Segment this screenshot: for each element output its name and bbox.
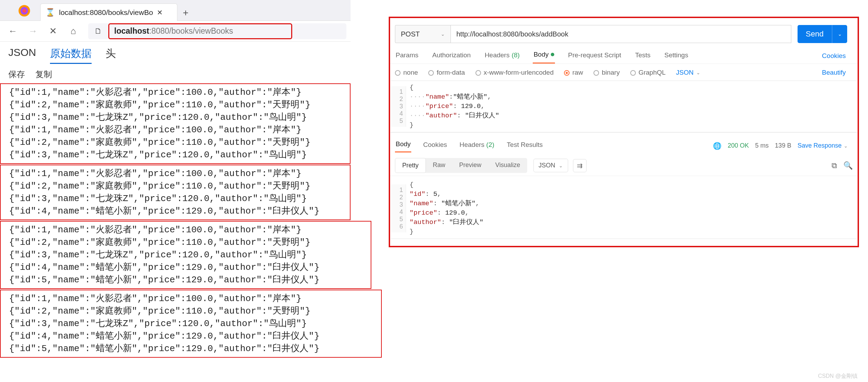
status-time: 5 ms <box>755 142 769 149</box>
json-group: {"id":1,"name":"火影忍者","price":100.0,"aut… <box>0 290 382 358</box>
body-none[interactable]: none <box>395 69 418 76</box>
view-visualize[interactable]: Visualize <box>488 158 527 173</box>
copy-icon[interactable]: ⧉ <box>832 161 837 170</box>
send-label: Send <box>798 30 832 39</box>
beautify-link[interactable]: Beautify <box>822 69 853 76</box>
view-lang-select[interactable]: JSON⌄ <box>533 159 568 172</box>
method-label: POST <box>401 30 420 38</box>
json-line: {"id":3,"name":"七龙珠Z","price":120.0,"aut… <box>9 249 367 261</box>
resp-tab-body[interactable]: Body <box>395 139 411 152</box>
body-formdata[interactable]: form-data <box>428 69 465 76</box>
response-editor: 123456 { "id": 5, "name": "蜡笔小新", "price… <box>391 178 857 239</box>
resp-tab-testresults[interactable]: Test Results <box>506 140 543 152</box>
json-line: {"id":2,"name":"家庭教师","price":110.0,"aut… <box>9 236 367 249</box>
json-line: {"id":5,"name":"蜡笔小新","price":129.0,"aut… <box>9 274 367 286</box>
line-gutter: 12345 <box>391 86 406 127</box>
view-raw[interactable]: Raw <box>426 158 452 173</box>
view-preview[interactable]: Preview <box>452 158 488 173</box>
json-group: {"id":1,"name":"火影忍者","price":100.0,"aut… <box>0 221 371 289</box>
forward-icon[interactable]: → <box>28 26 38 36</box>
new-tab-button[interactable]: + <box>177 7 194 20</box>
stop-icon[interactable]: ✕ <box>48 26 58 36</box>
copy-button[interactable]: 复制 <box>35 69 52 80</box>
tab-headers[interactable]: 头 <box>106 47 116 64</box>
home-icon[interactable]: ⌂ <box>68 26 78 36</box>
response-code: { "id": 5, "name": "蜡笔小新", "price": 129.… <box>406 178 857 239</box>
response-tabs: Body Cookies Headers (2) Test Results 🌐 … <box>390 132 858 155</box>
json-line: {"id":2,"name":"家庭教师","price":110.0,"aut… <box>9 180 346 192</box>
json-line: {"id":1,"name":"火影忍者","price":100.0,"aut… <box>9 124 346 136</box>
json-line: {"id":3,"name":"七龙珠Z","price":120.0,"aut… <box>9 317 378 330</box>
body-raw[interactable]: raw <box>564 69 583 76</box>
json-line: {"id":1,"name":"火影忍者","price":100.0,"aut… <box>9 224 367 236</box>
tab-json[interactable]: JSON <box>8 47 36 64</box>
wrap-icon[interactable]: ⇉ <box>573 159 587 172</box>
url-value: http://localhost:8080/books/addBook <box>456 30 568 38</box>
body-xform[interactable]: x-www-form-urlencoded <box>475 69 554 76</box>
close-icon[interactable]: ✕ <box>157 8 163 17</box>
tab-prerequest[interactable]: Pre-request Script <box>567 49 622 63</box>
response-body: {"id":1,"name":"火影忍者","price":100.0,"aut… <box>0 83 351 358</box>
json-view-tabs: JSON 原始数据 头 <box>0 42 351 64</box>
tab-body[interactable]: Body <box>533 48 555 64</box>
chevron-down-icon: ⌄ <box>696 70 700 75</box>
firefox-window: ⌛ localhost:8080/books/viewBo ✕ + ← → ✕ … <box>0 0 351 358</box>
json-line: {"id":2,"name":"家庭教师","price":110.0,"aut… <box>9 305 378 317</box>
send-button[interactable]: Send ⌄ <box>798 25 847 43</box>
save-button[interactable]: 保存 <box>8 69 25 80</box>
body-graphql[interactable]: GraphQL <box>630 69 666 76</box>
json-line: {"id":2,"name":"家庭教师","price":110.0,"aut… <box>9 136 346 149</box>
url-bar[interactable]: localhost:8080/books/viewBooks <box>108 23 292 39</box>
request-tabs: Params Authorization Headers (8) Body Pr… <box>390 48 858 64</box>
json-line: {"id":3,"name":"七龙珠Z","price":120.0,"aut… <box>9 149 346 161</box>
tab-headers[interactable]: Headers (8) <box>484 49 520 63</box>
resp-tab-headers[interactable]: Headers (2) <box>459 140 495 152</box>
chevron-down-icon: ⌄ <box>844 143 848 149</box>
shield-icon: 🗋 <box>93 27 103 36</box>
postman-panel: POST ⌄ http://localhost:8080/books/addBo… <box>389 17 859 247</box>
cookies-link[interactable]: Cookies <box>822 52 853 60</box>
browser-tab[interactable]: ⌛ localhost:8080/books/viewBo ✕ <box>40 3 177 21</box>
body-lang-select[interactable]: JSON⌄ <box>676 69 701 76</box>
tab-authorization[interactable]: Authorization <box>431 49 471 63</box>
body-binary[interactable]: binary <box>593 69 620 76</box>
save-response-link[interactable]: Save Response ⌄ <box>798 142 848 149</box>
json-line: {"id":1,"name":"火影忍者","price":100.0,"aut… <box>9 86 346 99</box>
view-pretty[interactable]: Pretty <box>395 158 426 173</box>
response-status: 🌐 200 OK 5 ms 139 B Save Response ⌄ <box>713 142 853 150</box>
watermark: CSDN @金剛镇 <box>818 373 858 380</box>
dot-icon <box>551 53 554 56</box>
json-line: {"id":2,"name":"家庭教师","price":110.0,"aut… <box>9 99 346 111</box>
json-group: {"id":1,"name":"火影忍者","price":100.0,"aut… <box>0 83 351 164</box>
firefox-logo-icon <box>17 4 31 18</box>
svg-point-2 <box>22 9 26 13</box>
json-group: {"id":1,"name":"火影忍者","price":100.0,"aut… <box>0 165 351 220</box>
globe-icon[interactable]: 🌐 <box>713 142 722 150</box>
status-size: 139 B <box>775 142 791 149</box>
method-select[interactable]: POST ⌄ <box>395 25 450 43</box>
request-editor[interactable]: 12345 {····"name":"蜡笔小新",····"price": 12… <box>391 81 857 132</box>
tab-settings[interactable]: Settings <box>664 49 689 63</box>
tab-title: localhost:8080/books/viewBo <box>59 8 153 17</box>
json-line: {"id":1,"name":"火影忍者","price":100.0,"aut… <box>9 167 346 180</box>
resp-tab-cookies[interactable]: Cookies <box>422 140 448 152</box>
body-type-row: none form-data x-www-form-urlencoded raw… <box>390 64 858 78</box>
status-code: 200 OK <box>728 142 749 149</box>
url-input[interactable]: http://localhost:8080/books/addBook <box>450 25 791 43</box>
search-icon[interactable]: 🔍 <box>843 161 853 170</box>
chevron-down-icon: ⌄ <box>559 163 563 168</box>
request-code[interactable]: {····"name":"蜡笔小新",····"price": 129.0,··… <box>406 81 857 132</box>
tab-tests[interactable]: Tests <box>634 49 651 63</box>
json-line: {"id":5,"name":"蜡笔小新","price":129.0,"aut… <box>9 342 378 355</box>
url-bar-outer: 🗋 localhost:8080/books/viewBooks <box>88 23 346 39</box>
view-mode-tabs: Pretty Raw Preview Visualize <box>395 158 527 173</box>
json-line: {"id":4,"name":"蜡笔小新","price":129.0,"aut… <box>9 261 367 274</box>
request-url-row: POST ⌄ http://localhost:8080/books/addBo… <box>390 18 858 48</box>
line-gutter: 123456 <box>391 184 406 232</box>
tab-params[interactable]: Params <box>395 49 419 63</box>
send-dropdown-icon[interactable]: ⌄ <box>832 25 847 43</box>
tab-raw[interactable]: 原始数据 <box>50 47 92 64</box>
url-text: localhost:8080/books/viewBooks <box>114 26 233 36</box>
json-line: {"id":1,"name":"火影忍者","price":100.0,"aut… <box>9 292 378 305</box>
back-icon[interactable]: ← <box>8 26 18 36</box>
